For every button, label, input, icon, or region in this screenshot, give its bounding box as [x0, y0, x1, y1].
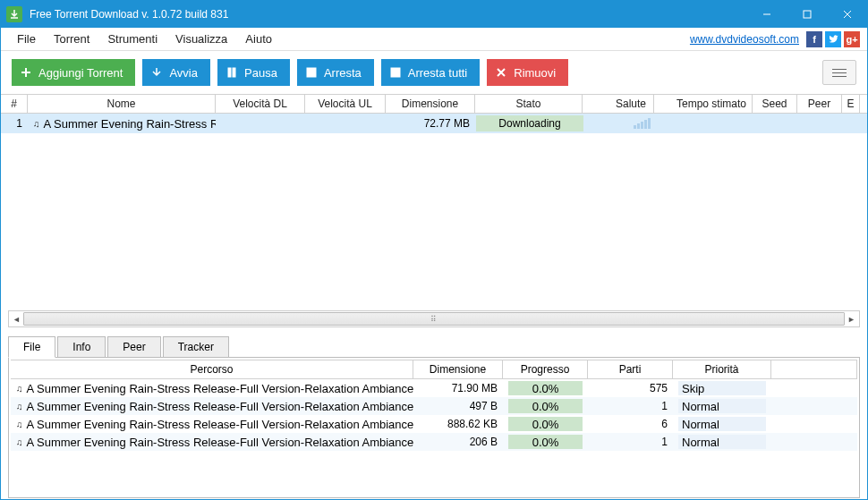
- titlebar: Free Torrent Download v. 1.0.72 build 83…: [1, 1, 867, 28]
- col-state[interactable]: Stato: [475, 95, 583, 113]
- file-size: 888.62 KB: [413, 418, 503, 430]
- row-name: ♫ A Summer Evening Rain-Stress R: [28, 115, 216, 132]
- pause-button[interactable]: Pausa: [217, 59, 290, 86]
- detail-panel: File Info Peer Tracker Percorso Dimensio…: [1, 331, 867, 499]
- tab-info[interactable]: Info: [57, 336, 106, 358]
- twitter-icon[interactable]: [825, 31, 841, 47]
- menu-view[interactable]: Visualizza: [166, 29, 236, 49]
- start-label: Avvia: [169, 66, 198, 80]
- googleplus-icon[interactable]: g+: [844, 31, 860, 47]
- file-priority[interactable]: Normal: [673, 399, 771, 413]
- fcol-progress[interactable]: Progresso: [503, 360, 588, 378]
- file-panel: Percorso Dimensione Progresso Parti Prio…: [8, 357, 860, 498]
- file-size: 206 B: [413, 436, 503, 448]
- start-button[interactable]: Avvia: [142, 59, 210, 86]
- row-ul: [305, 122, 386, 125]
- fcol-rest[interactable]: [771, 360, 857, 378]
- music-icon: ♫: [33, 119, 40, 129]
- torrent-list-empty-area: [1, 133, 867, 310]
- remove-label: Rimuovi: [514, 66, 556, 80]
- stop-all-button[interactable]: Arresta tutti: [381, 59, 480, 86]
- file-progress: 0.0%: [503, 399, 588, 413]
- tab-tracker[interactable]: Tracker: [163, 336, 229, 358]
- file-parts: 6: [588, 418, 673, 430]
- menu-torrent[interactable]: Torrent: [45, 29, 98, 49]
- file-path: ♫A Summer Evening Rain-Stress Release-Fu…: [11, 382, 413, 395]
- file-size: 497 B: [413, 400, 503, 412]
- stop-all-label: Arresta tutti: [408, 66, 467, 80]
- col-extra[interactable]: E: [842, 95, 860, 113]
- detail-tabs: File Info Peer Tracker: [8, 336, 860, 358]
- remove-button[interactable]: Rimuovi: [487, 59, 568, 86]
- window-title: Free Torrent Download v. 1.0.72 build 83…: [30, 8, 746, 21]
- window-controls: [746, 1, 867, 28]
- torrent-table: # Nome Velocità DL Velocità UL Dimension…: [1, 94, 867, 133]
- horizontal-scrollbar[interactable]: ◄ ⠿ ►: [8, 310, 860, 327]
- music-icon: ♫: [16, 384, 23, 394]
- col-seed[interactable]: Seed: [753, 95, 797, 113]
- row-eta: [656, 122, 754, 125]
- file-progress: 0.0%: [503, 381, 588, 395]
- fcol-priority[interactable]: Priorità: [673, 360, 771, 378]
- torrent-table-header: # Nome Velocità DL Velocità UL Dimension…: [1, 94, 867, 114]
- col-health[interactable]: Salute: [583, 95, 654, 113]
- fcol-size[interactable]: Dimensione: [413, 360, 503, 378]
- tab-peer[interactable]: Peer: [107, 336, 160, 358]
- col-download-speed[interactable]: Velocità DL: [216, 95, 305, 113]
- facebook-icon[interactable]: f: [806, 31, 822, 47]
- menu-file[interactable]: File: [8, 29, 45, 49]
- file-parts: 1: [588, 400, 673, 412]
- site-link[interactable]: www.dvdvideosoft.com: [690, 33, 799, 46]
- row-name-text: A Summer Evening Rain-Stress R: [44, 117, 217, 131]
- music-icon: ♫: [16, 419, 23, 429]
- close-button[interactable]: [827, 1, 867, 28]
- file-priority[interactable]: Normal: [673, 435, 771, 449]
- file-panel-empty-area: [11, 451, 857, 496]
- file-path: ♫A Summer Evening Rain-Stress Release-Fu…: [11, 418, 413, 431]
- col-size[interactable]: Dimensione: [386, 95, 475, 113]
- row-peer: [799, 122, 844, 125]
- file-row[interactable]: ♫A Summer Evening Rain-Stress Release-Fu…: [11, 379, 857, 397]
- settings-menu-button[interactable]: [822, 60, 856, 85]
- add-torrent-button[interactable]: Aggiungi Torrent: [12, 59, 135, 86]
- svg-rect-2: [233, 68, 235, 77]
- stop-button[interactable]: Arresta: [297, 59, 374, 86]
- file-path: ♫A Summer Evening Rain-Stress Release-Fu…: [11, 436, 413, 449]
- col-eta[interactable]: Tempo stimato: [654, 95, 753, 113]
- file-priority[interactable]: Normal: [673, 417, 771, 431]
- file-row[interactable]: ♫A Summer Evening Rain-Stress Release-Fu…: [11, 433, 857, 451]
- file-priority[interactable]: Skip: [673, 381, 771, 395]
- file-table-header: Percorso Dimensione Progresso Parti Prio…: [11, 360, 857, 379]
- minimize-button[interactable]: [746, 1, 787, 28]
- svg-rect-4: [391, 68, 400, 77]
- file-path: ♫A Summer Evening Rain-Stress Release-Fu…: [11, 400, 413, 413]
- tab-file[interactable]: File: [8, 336, 55, 358]
- music-icon: ♫: [16, 402, 23, 411]
- file-progress: 0.0%: [503, 435, 588, 449]
- app-icon: [6, 6, 22, 22]
- row-dl: [216, 122, 305, 125]
- torrent-row[interactable]: 1 ♫ A Summer Evening Rain-Stress R 72.77…: [1, 114, 867, 133]
- pause-label: Pausa: [244, 66, 277, 80]
- col-name[interactable]: Nome: [28, 95, 216, 113]
- menu-help[interactable]: Aiuto: [236, 29, 281, 49]
- col-index[interactable]: #: [1, 95, 28, 113]
- toolbar: Aggiungi Torrent Avvia Pausa Arresta Arr…: [1, 51, 867, 94]
- svg-rect-3: [307, 68, 316, 77]
- fcol-path[interactable]: Percorso: [11, 360, 413, 378]
- file-row[interactable]: ♫A Summer Evening Rain-Stress Release-Fu…: [11, 415, 857, 433]
- file-size: 71.90 MB: [413, 382, 503, 394]
- social-icons: f g+: [806, 31, 860, 47]
- fcol-parts[interactable]: Parti: [588, 360, 673, 378]
- maximize-button[interactable]: [787, 1, 827, 28]
- menu-tools[interactable]: Strumenti: [98, 29, 166, 49]
- svg-rect-0: [804, 11, 811, 18]
- col-upload-speed[interactable]: Velocità UL: [305, 95, 386, 113]
- row-health: [584, 116, 656, 131]
- file-progress: 0.0%: [503, 417, 588, 431]
- row-seed: [754, 122, 799, 125]
- music-icon: ♫: [16, 437, 23, 447]
- col-peer[interactable]: Peer: [797, 95, 842, 113]
- file-parts: 575: [588, 382, 673, 394]
- file-row[interactable]: ♫A Summer Evening Rain-Stress Release-Fu…: [11, 397, 857, 415]
